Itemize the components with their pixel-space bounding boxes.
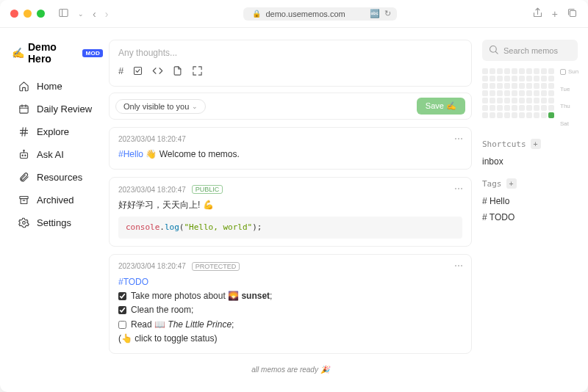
heatmap-cell[interactable] xyxy=(482,112,488,118)
heatmap-cell[interactable] xyxy=(519,90,525,96)
heatmap-cell[interactable] xyxy=(504,98,510,104)
heatmap-cell[interactable] xyxy=(497,83,503,89)
heatmap-cell[interactable] xyxy=(519,105,525,111)
hash-icon[interactable]: # xyxy=(118,65,123,79)
add-shortcut-button[interactable]: + xyxy=(531,139,541,149)
hashtag[interactable]: #TODO xyxy=(118,275,462,289)
heatmap-cell[interactable] xyxy=(504,76,510,81)
nav-explore[interactable]: Explore xyxy=(12,122,103,142)
task-item[interactable]: Read 📖 The Little Prince; xyxy=(118,318,462,332)
hashtag[interactable]: #Hello xyxy=(118,149,143,159)
heatmap-cell[interactable] xyxy=(512,68,517,74)
heatmap-cell[interactable] xyxy=(541,76,547,81)
heatmap-cell[interactable] xyxy=(526,83,532,89)
heatmap-cell[interactable] xyxy=(497,98,503,104)
heatmap-cell[interactable] xyxy=(548,105,554,111)
heatmap-cell[interactable] xyxy=(482,83,488,89)
back-button[interactable]: ‹ xyxy=(93,8,96,20)
heatmap-cell[interactable] xyxy=(519,83,525,89)
save-button[interactable]: Save ✍️ xyxy=(417,98,465,115)
memo-menu-icon[interactable]: ⋯ xyxy=(454,261,464,271)
heatmap-cell[interactable] xyxy=(534,90,539,96)
heatmap-cell[interactable] xyxy=(519,68,525,74)
heatmap-cell[interactable] xyxy=(482,105,488,111)
heatmap-cell[interactable] xyxy=(548,76,554,81)
sidebar-toggle-icon[interactable] xyxy=(58,7,69,21)
nav-resources[interactable]: Resources xyxy=(12,167,103,187)
heatmap-cell[interactable] xyxy=(541,83,547,89)
heatmap-cell[interactable] xyxy=(534,83,539,89)
brand[interactable]: ✍️ Demo Hero MOD xyxy=(12,41,103,65)
nav-archived[interactable]: Archived xyxy=(12,190,103,210)
add-tag-button[interactable]: + xyxy=(506,178,517,189)
heatmap-cell[interactable] xyxy=(541,98,547,104)
tag-item[interactable]: # TODO xyxy=(482,209,578,225)
heatmap-cell[interactable] xyxy=(541,105,547,111)
heatmap-cell[interactable] xyxy=(482,98,488,104)
task-item[interactable]: Clean the room; xyxy=(118,303,462,317)
heatmap-cell[interactable] xyxy=(548,83,554,89)
nav-settings[interactable]: Settings xyxy=(12,213,103,233)
heatmap-cell[interactable] xyxy=(497,76,503,81)
memo-menu-icon[interactable]: ⋯ xyxy=(454,134,464,144)
heatmap-cell[interactable] xyxy=(482,76,488,81)
heatmap-cell[interactable] xyxy=(526,68,532,74)
heatmap-cell[interactable] xyxy=(504,105,510,111)
heatmap-cell[interactable] xyxy=(548,68,554,74)
translate-icon[interactable]: 🔤 xyxy=(370,9,380,18)
task-checkbox[interactable] xyxy=(118,321,126,329)
address-bar[interactable]: 🔒 demo.usememos.com 🔤 ↻ xyxy=(243,7,396,21)
heatmap-cell[interactable] xyxy=(504,83,510,89)
checkbox-icon[interactable] xyxy=(132,65,143,79)
heatmap-cell[interactable] xyxy=(490,90,495,96)
heatmap-cell[interactable] xyxy=(519,76,525,81)
heatmap-cell[interactable] xyxy=(526,112,532,118)
heatmap-cell[interactable] xyxy=(512,76,517,81)
memo-menu-icon[interactable]: ⋯ xyxy=(454,184,464,194)
forward-button[interactable]: › xyxy=(105,8,109,20)
heatmap-cell[interactable] xyxy=(497,105,503,111)
heatmap-cell[interactable] xyxy=(512,83,517,89)
file-icon[interactable] xyxy=(172,65,183,79)
heatmap-cell[interactable] xyxy=(534,105,539,111)
heatmap-cell[interactable] xyxy=(512,105,517,111)
heatmap-cell[interactable] xyxy=(534,76,539,81)
task-checkbox[interactable] xyxy=(118,292,126,300)
tabs-icon[interactable] xyxy=(567,7,578,21)
heatmap-cell[interactable] xyxy=(482,68,488,74)
heatmap-cell[interactable] xyxy=(534,112,539,118)
task-checkbox[interactable] xyxy=(118,306,126,314)
heatmap-cell[interactable] xyxy=(541,112,547,118)
share-icon[interactable] xyxy=(532,7,543,21)
nav-home[interactable]: Home xyxy=(12,76,103,96)
heatmap-cell[interactable] xyxy=(541,68,547,74)
heatmap-cell[interactable] xyxy=(526,90,532,96)
nav-daily-review[interactable]: Daily Review xyxy=(12,99,103,119)
heatmap-cell[interactable] xyxy=(512,112,517,118)
heatmap-cell[interactable] xyxy=(526,105,532,111)
search-input[interactable]: Search memos xyxy=(482,40,578,61)
reload-icon[interactable]: ↻ xyxy=(384,9,391,18)
maximize-window-button[interactable] xyxy=(37,10,45,18)
new-tab-icon[interactable]: + xyxy=(552,8,558,20)
visibility-selector[interactable]: Only visible to you ⌄ xyxy=(115,99,206,114)
heatmap-cell[interactable] xyxy=(497,90,503,96)
nav-ask-ai[interactable]: Ask AI xyxy=(12,145,103,164)
heatmap-cell[interactable] xyxy=(497,68,503,74)
heatmap-cell[interactable] xyxy=(534,98,539,104)
heatmap-cell[interactable] xyxy=(512,98,517,104)
heatmap-cell[interactable] xyxy=(482,90,488,96)
heatmap-cell[interactable] xyxy=(548,90,554,96)
heatmap-cell[interactable] xyxy=(497,112,503,118)
heatmap-cell[interactable] xyxy=(490,112,495,118)
chevron-down-icon[interactable]: ⌄ xyxy=(78,10,84,18)
code-icon[interactable] xyxy=(152,65,163,79)
tag-item[interactable]: # Hello xyxy=(482,193,578,209)
minimize-window-button[interactable] xyxy=(24,10,32,18)
heatmap-cell[interactable] xyxy=(504,90,510,96)
heatmap-cell[interactable] xyxy=(548,98,554,104)
heatmap-cell[interactable] xyxy=(504,68,510,74)
heatmap-cell[interactable] xyxy=(519,112,525,118)
heatmap-cell[interactable] xyxy=(490,68,495,74)
heatmap-cell[interactable] xyxy=(490,83,495,89)
